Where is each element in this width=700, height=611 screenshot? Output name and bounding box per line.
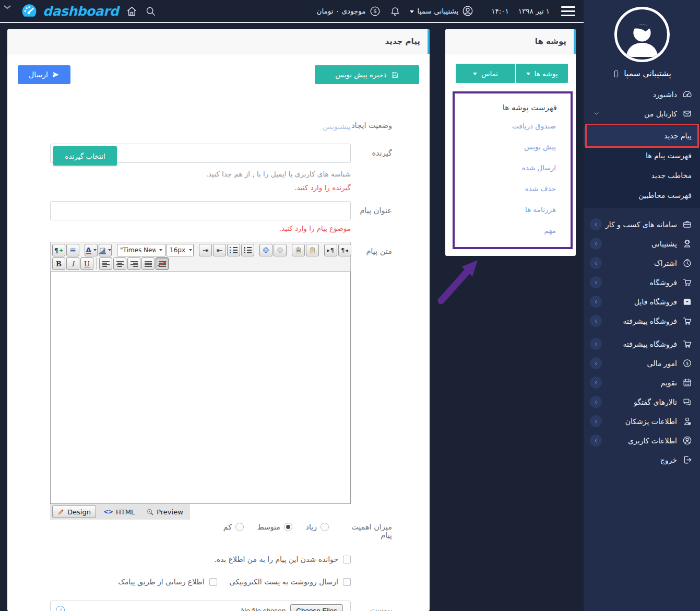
- radio-icon[interactable]: [321, 523, 329, 531]
- folder-link-deleted[interactable]: حذف شده: [455, 178, 571, 199]
- folder-link-inbox[interactable]: صندوق دریافت: [455, 115, 571, 136]
- folders-panel-header: پوشه ها: [445, 29, 576, 54]
- highlight-color-icon[interactable]: [99, 244, 112, 256]
- tab-preview[interactable]: Preview: [142, 506, 188, 518]
- radio-icon[interactable]: [235, 523, 244, 531]
- status-value: پیشنویس: [323, 122, 351, 131]
- menu-toggle-icon[interactable]: [561, 6, 575, 16]
- insert-link-icon[interactable]: [259, 244, 272, 256]
- ltr-direction-icon[interactable]: [324, 244, 337, 256]
- avatar[interactable]: [614, 7, 670, 62]
- sidebar-item-logout[interactable]: خروج: [584, 450, 700, 469]
- bold-icon[interactable]: B: [52, 257, 65, 270]
- clock-icon: [682, 258, 692, 268]
- importance-option-high[interactable]: زیاد: [306, 523, 329, 531]
- sidebar-item-finance[interactable]: $ امور مالی: [584, 354, 700, 373]
- save-draft-button[interactable]: ذخیره پیش نویس: [315, 65, 419, 84]
- unordered-list-icon[interactable]: [241, 244, 254, 256]
- sidebar-item-cartable[interactable]: کارتابل من: [584, 104, 700, 123]
- sidebar-item-user-info[interactable]: اطلاعات کاربری: [584, 431, 700, 450]
- cart-icon: [682, 277, 692, 287]
- importance-radio-group: زیاد متوسط کم: [50, 523, 351, 531]
- sidebar-subitem-new-message[interactable]: پیام جدید: [584, 126, 700, 146]
- rich-text-editor: "Times New ... 16px: [50, 242, 351, 520]
- sidebar-item-shop[interactable]: فروشگاه: [584, 273, 700, 292]
- checkbox-icon[interactable]: [343, 578, 351, 586]
- user-circle-icon: [682, 436, 692, 445]
- home-icon[interactable]: [126, 5, 138, 17]
- file-upload-box[interactable]: i No file chosen Choose Files: [50, 601, 351, 611]
- choose-files-button[interactable]: Choose Files: [290, 604, 343, 611]
- ordered-list-icon[interactable]: [227, 244, 240, 256]
- rtl-direction-icon[interactable]: [338, 244, 351, 256]
- sidebar-subitem-new-contact[interactable]: مخاطب جدید: [584, 166, 700, 185]
- checkbox-icon[interactable]: [209, 578, 217, 586]
- underline-icon[interactable]: U: [80, 257, 93, 270]
- indent-icon[interactable]: [199, 244, 212, 256]
- sidebar-subitem-contact-list[interactable]: فهرست مخاطبین: [584, 185, 700, 205]
- sms-notify-checkbox[interactable]: اطلاع رسانی از طریق پیامک: [118, 578, 217, 586]
- svg-text:W: W: [296, 249, 300, 252]
- chevron-left-icon: [590, 434, 602, 446]
- sidebar-item-advanced-shop-2[interactable]: فروشگاه پیشرفته: [584, 334, 700, 354]
- sidebar-item-calendar[interactable]: تقویم: [584, 373, 700, 392]
- choose-recipient-button[interactable]: انتخاب گیرنده: [53, 146, 117, 166]
- chevron-left-icon: [590, 357, 602, 369]
- sidebar-item-business-systems[interactable]: سامانه های کسب و کار: [584, 215, 700, 234]
- align-none-icon[interactable]: [156, 257, 169, 270]
- sidebar-item-subscription[interactable]: اشتراک: [584, 253, 700, 273]
- email-copy-checkbox[interactable]: ارسال رونوشت به پست الکترونیکی: [230, 578, 351, 586]
- sidebar-subitem-message-list[interactable]: فهرست پیام ها: [584, 146, 700, 166]
- align-left-icon[interactable]: [99, 257, 112, 270]
- folder-link-spam[interactable]: هرزنامه ها: [455, 199, 571, 220]
- bell-icon[interactable]: [390, 6, 400, 17]
- paragraph-style-icon[interactable]: [66, 244, 79, 256]
- sidebar-item-support[interactable]: پشتیبانی: [584, 234, 700, 253]
- remove-link-icon[interactable]: [274, 244, 287, 256]
- folder-link-important[interactable]: مهم: [455, 220, 571, 241]
- font-size-select[interactable]: 16px: [167, 244, 194, 256]
- recipient-label: گیرنده: [351, 144, 419, 192]
- sidebar-item-file-shop[interactable]: فروشگاه فایل: [584, 292, 700, 311]
- paste-from-word-icon[interactable]: W: [292, 244, 305, 256]
- checkbox-icon[interactable]: [343, 556, 351, 563]
- italic-icon[interactable]: I: [66, 257, 79, 270]
- notify-read-checkbox[interactable]: خوانده شدن این پیام را به من اطلاع بده.: [214, 555, 351, 563]
- tab-html[interactable]: <> HTML: [99, 506, 139, 518]
- paste-icon[interactable]: [306, 244, 319, 256]
- chevron-left-icon: [590, 415, 602, 427]
- sidebar-item-advanced-shop[interactable]: فروشگاه پیشرفته: [584, 311, 700, 331]
- send-button[interactable]: ارسال: [18, 65, 70, 84]
- user-menu[interactable]: پشتیبانی سمپا: [410, 5, 474, 17]
- importance-option-medium[interactable]: متوسط: [257, 523, 292, 531]
- outdent-icon[interactable]: [213, 244, 226, 256]
- folder-link-sent[interactable]: ارسال شده: [455, 157, 571, 178]
- chevron-left-icon: [590, 315, 602, 327]
- balance-button[interactable]: $ موجودی ۰ تومان: [317, 6, 381, 17]
- chevron-left-icon: [590, 377, 602, 389]
- align-right-icon[interactable]: [127, 257, 140, 270]
- contact-dropdown-button[interactable]: تماس: [456, 64, 515, 83]
- folder-link-drafts[interactable]: پیش نویس: [455, 136, 571, 157]
- folders-dropdown-button[interactable]: پوشه ها: [516, 64, 568, 83]
- radio-icon[interactable]: [284, 523, 292, 531]
- envelope-icon: [682, 109, 692, 119]
- attachment-label: پیوست: [351, 601, 419, 611]
- font-color-icon[interactable]: [85, 244, 98, 256]
- sidebar-item-dashboard[interactable]: داشبورد: [584, 85, 700, 104]
- align-justify-icon[interactable]: [141, 257, 155, 270]
- font-family-select[interactable]: "Times New ...: [117, 244, 165, 256]
- insert-paragraph-icon[interactable]: [52, 244, 65, 256]
- sidebar-item-forums[interactable]: تالارهای گفتگو: [584, 392, 700, 412]
- subject-input[interactable]: [50, 201, 351, 220]
- brand-logo[interactable]: dashboard: [19, 2, 118, 20]
- cart-icon: [682, 316, 692, 326]
- tab-design[interactable]: Design: [52, 506, 96, 518]
- search-icon[interactable]: [145, 6, 156, 17]
- info-icon[interactable]: i: [56, 606, 65, 611]
- importance-option-low[interactable]: کم: [223, 523, 244, 531]
- align-center-icon[interactable]: [113, 257, 126, 270]
- editor-content-area[interactable]: [50, 272, 351, 504]
- sidebar-item-doctors-info[interactable]: اطلاعات پزشکان: [584, 412, 700, 431]
- collapse-chevrons-icon[interactable]: [3, 5, 11, 10]
